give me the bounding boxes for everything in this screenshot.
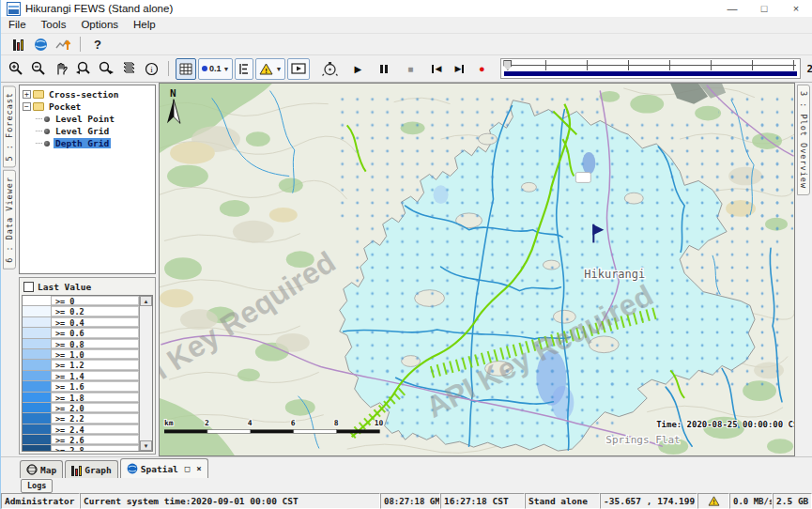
status-warning-cell[interactable]: !: [697, 493, 729, 509]
timeseries-chart-icon[interactable]: [52, 35, 74, 54]
svg-text:!: !: [266, 66, 268, 74]
tree-connector: [36, 143, 42, 144]
legend-row[interactable]: >= 2.6: [23, 435, 139, 445]
legend-value: >= 0.8: [52, 339, 139, 348]
legend-row[interactable]: >= 1.8: [23, 393, 139, 403]
zoom-previous-icon[interactable]: [72, 59, 95, 78]
status-memory: 2.5 GB: [773, 493, 812, 509]
svg-text:N: N: [170, 87, 176, 100]
legend-row[interactable]: >= 2.2: [23, 413, 139, 424]
tree-item-level-point[interactable]: Level Point: [36, 113, 155, 125]
pan-hand-icon[interactable]: [50, 59, 72, 78]
legend-value: >= 1.8: [52, 393, 139, 402]
legend-row[interactable]: >= 1.4: [23, 371, 139, 381]
grid-display-button[interactable]: [176, 58, 196, 80]
last-value-checkbox[interactable]: [23, 282, 34, 292]
skip-to-end-button[interactable]: ▶: [448, 59, 470, 78]
menu-file[interactable]: File: [1, 17, 34, 33]
skip-to-start-button[interactable]: ◀: [425, 59, 448, 78]
animation-panel-button[interactable]: [287, 58, 310, 80]
expander-minus-icon[interactable]: −: [23, 102, 31, 111]
map-svg[interactable]: API Key Required API Key Required N Hiku…: [160, 84, 794, 455]
help-button[interactable]: ?: [86, 38, 109, 52]
legend-row[interactable]: >= 2.8: [23, 445, 139, 451]
tab-graph-label: Graph: [84, 465, 112, 475]
map-view[interactable]: API Key Required API Key Required N Hiku…: [159, 83, 795, 456]
zoom-out-icon[interactable]: [27, 59, 50, 78]
legend-toggle-button[interactable]: [235, 58, 253, 80]
legend-row[interactable]: >= 2.4: [23, 424, 139, 435]
tab-data-viewer[interactable]: 6 : Data Viewer: [3, 170, 16, 270]
legend-swatch: [23, 317, 52, 327]
label-dot-icon: [202, 66, 207, 71]
zoom-in-icon[interactable]: [5, 59, 27, 78]
legend-row[interactable]: >= 0.6: [23, 328, 139, 338]
scroll-down-icon[interactable]: ▼: [140, 440, 152, 451]
folder-icon: [33, 102, 44, 111]
close-tab-icon[interactable]: ×: [196, 464, 201, 473]
tab-spatial-label: Spatial: [141, 464, 178, 474]
tree-item-label-selected: Depth Grid: [54, 138, 111, 148]
tab-forecast[interactable]: 5 : Forecast: [3, 85, 16, 167]
toolbar-separator: [80, 37, 81, 52]
legend-swatch: [23, 349, 52, 359]
legend-row[interactable]: >= 1.0: [23, 349, 139, 360]
database-icon[interactable]: [7, 35, 29, 54]
legend-swatch: [23, 435, 52, 444]
maximize-button[interactable]: □: [748, 0, 780, 17]
legend-swatch: [23, 413, 52, 423]
menu-tools[interactable]: Tools: [34, 17, 74, 33]
label-threshold-dropdown[interactable]: 0.1 ▼: [198, 58, 233, 80]
legend-swatch: [23, 424, 52, 434]
legend-value: >= 1.4: [52, 371, 139, 380]
legend-value: >= 2.0: [52, 403, 139, 412]
layers-icon[interactable]: [117, 59, 140, 78]
info-icon[interactable]: i: [140, 59, 162, 78]
record-button[interactable]: ●: [470, 59, 493, 78]
tree-item-pocket[interactable]: − Pocket: [22, 100, 155, 113]
pause-button[interactable]: [373, 59, 395, 78]
place-label-hikurangi: Hikurangi: [584, 268, 645, 281]
legend-row[interactable]: >= 0: [23, 296, 139, 306]
tree-item-level-grid[interactable]: Level Grid: [36, 125, 155, 137]
menu-help[interactable]: Help: [126, 17, 163, 33]
legend-row[interactable]: >= 1.6: [23, 381, 139, 392]
legend-value: >= 0: [52, 296, 139, 305]
tab-plot-overview[interactable]: 3 : Plot Overview: [797, 85, 810, 195]
legend-row[interactable]: >= 0.2: [23, 306, 139, 316]
legend-row[interactable]: >= 1.2: [23, 360, 139, 370]
zoom-next-icon[interactable]: [95, 59, 117, 78]
play-button[interactable]: ▶: [346, 59, 369, 78]
legend-row[interactable]: >= 0.4: [23, 317, 139, 328]
legend-value: >= 0.4: [52, 317, 139, 327]
scroll-up-icon[interactable]: ▲: [140, 296, 152, 306]
warning-threshold-dropdown[interactable]: ! ▼: [255, 58, 285, 80]
map-display-globe-icon[interactable]: [29, 35, 52, 54]
legend-row[interactable]: >= 2.0: [23, 403, 139, 413]
animation-timer-icon[interactable]: [318, 59, 341, 78]
expander-plus-icon[interactable]: +: [23, 90, 31, 99]
minimize-button[interactable]: —: [716, 0, 748, 17]
timeline-slider[interactable]: [500, 58, 801, 79]
legend-scrollbar[interactable]: ▲ ▼: [139, 296, 152, 451]
folder-icon: [33, 90, 44, 99]
map-time-label: Time: 2020-08-25 00:00:00 CST: [656, 421, 794, 430]
timeline-datetime: 2020-08-25 00:00:00 CST: [806, 63, 812, 75]
status-coordinates: -35.657 , 174.199: [600, 493, 697, 509]
undock-icon[interactable]: □: [185, 464, 190, 473]
legend-row[interactable]: >= 0.8: [23, 339, 139, 349]
legend-swatch: [23, 360, 52, 369]
menu-options[interactable]: Options: [73, 17, 126, 33]
window-title: Hikurangi FEWS (Stand alone): [25, 3, 173, 14]
last-value-label: Last Value: [38, 282, 91, 292]
logs-button[interactable]: Logs: [21, 479, 53, 493]
tree-item-depth-grid[interactable]: Depth Grid: [36, 137, 155, 149]
last-value-row[interactable]: Last Value: [22, 280, 153, 294]
status-network-speed: 0.0 MB/s: [729, 493, 773, 509]
tree-item-cross-section[interactable]: + Cross-section: [22, 88, 155, 100]
close-button[interactable]: ×: [780, 0, 812, 17]
stop-button[interactable]: ■: [399, 59, 421, 78]
tab-graph[interactable]: Graph: [65, 460, 118, 478]
tab-map[interactable]: Map: [20, 460, 63, 478]
tab-spatial[interactable]: Spatial □ ×: [120, 458, 208, 478]
